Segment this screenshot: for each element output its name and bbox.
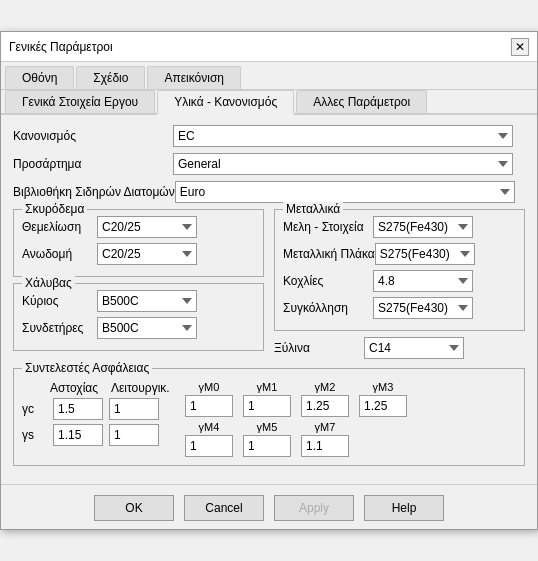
kochlies-select[interactable]: 4.8 <box>373 270 473 292</box>
content-area: Κανονισμός EC Προσάρτημα General Βιβλιοθ… <box>1 115 537 476</box>
anodomi-select[interactable]: C20/25 <box>97 243 197 265</box>
yc-row: γc <box>22 398 172 420</box>
apply-button[interactable]: Apply <box>274 495 354 521</box>
tab-schedio[interactable]: Σχέδιο <box>76 66 145 89</box>
tab-othoni[interactable]: Οθόνη <box>5 66 74 89</box>
yc-input1[interactable] <box>53 398 103 420</box>
themeliósi-label: Θεμελίωση <box>22 220 97 234</box>
gamma-m7-item: γM7 <box>300 421 350 457</box>
kochlies-label: Κοχλίες <box>283 274 373 288</box>
dialog: Γενικές Παράμετροι ✕ Οθόνη Σχέδιο Απεικό… <box>0 31 538 530</box>
bibliothiki-select[interactable]: Euro <box>175 181 515 203</box>
sygkolisi-row: Συγκόλληση S275(Fe430) <box>283 297 516 319</box>
ys-input2[interactable] <box>109 424 159 446</box>
gamma-m4-item: γM4 <box>184 421 234 457</box>
syndetires-label: Συνδετήρες <box>22 321 97 335</box>
prosartima-row: Προσάρτημα General <box>13 153 525 175</box>
kanonismos-row: Κανονισμός EC <box>13 125 525 147</box>
gamma-m5-item: γM5 <box>242 421 292 457</box>
themeliósi-select[interactable]: C20/25 <box>97 216 197 238</box>
kanonismos-label: Κανονισμός <box>13 129 173 143</box>
col-header-2: Λειτουργικ. <box>111 381 170 395</box>
skirodema-title: Σκυρόδεμα <box>22 202 87 216</box>
kyrios-row: Κύριος B500C <box>22 290 255 312</box>
kyrios-label: Κύριος <box>22 294 97 308</box>
ys-row: γs <box>22 424 172 446</box>
tabs-row-1: Οθόνη Σχέδιο Απεικόνιση <box>1 62 537 90</box>
prosartima-select[interactable]: General <box>173 153 513 175</box>
gamma-m1-input[interactable] <box>243 395 291 417</box>
gamma-m3-input[interactable] <box>359 395 407 417</box>
tabs-row-2: Γενικά Στοιχεία Εργου Υλικά - Κανονισμός… <box>1 90 537 115</box>
xylina-select[interactable]: C14 <box>364 337 464 359</box>
dialog-title: Γενικές Παράμετροι <box>9 40 113 54</box>
gamma-m0-label: γM0 <box>199 381 220 393</box>
metalliki-plaka-label: Μεταλλική Πλάκα <box>283 247 375 261</box>
tab-genika[interactable]: Γενικά Στοιχεία Εργου <box>5 90 155 113</box>
buttons-row: OK Cancel Apply Help <box>1 484 537 529</box>
meli-row: Μελη - Στοιχεία S275(Fe430) <box>283 216 516 238</box>
metallika-group: Μεταλλικά Μελη - Στοιχεία S275(Fe430) Με… <box>274 209 525 331</box>
skirodema-group: Σκυρόδεμα Θεμελίωση C20/25 Ανωδομή C20/2… <box>13 209 264 277</box>
bibliothiki-label: Βιβλιοθήκη Σιδηρών Διατομών <box>13 185 175 199</box>
gamma-m1-item: γM1 <box>242 381 292 417</box>
themeliósi-row: Θεμελίωση C20/25 <box>22 216 255 238</box>
gamma-m5-label: γM5 <box>257 421 278 433</box>
chalivas-title: Χάλυβας <box>22 276 75 290</box>
bibliothiki-row: Βιβλιοθήκη Σιδηρών Διατομών Euro <box>13 181 525 203</box>
kyrios-select[interactable]: B500C <box>97 290 197 312</box>
right-panel: Μεταλλικά Μελη - Στοιχεία S275(Fe430) Με… <box>274 209 525 364</box>
metalliki-plaka-row: Μεταλλική Πλάκα S275(Fe430) <box>283 243 516 265</box>
two-panels: Σκυρόδεμα Θεμελίωση C20/25 Ανωδομή C20/2… <box>13 209 525 364</box>
gamma-grid: γM0 γM1 γM2 γM3 <box>184 381 408 457</box>
syndetires-select[interactable]: B500C <box>97 317 197 339</box>
gamma-m1-label: γM1 <box>257 381 278 393</box>
kanonismos-select[interactable]: EC <box>173 125 513 147</box>
anodomi-label: Ανωδομή <box>22 247 97 261</box>
meli-select[interactable]: S275(Fe430) <box>373 216 473 238</box>
gamma-m0-item: γM0 <box>184 381 234 417</box>
cancel-button[interactable]: Cancel <box>184 495 264 521</box>
title-bar: Γενικές Παράμετροι ✕ <box>1 32 537 62</box>
safety-left: Αστοχίας Λειτουργικ. γc γs <box>22 381 172 457</box>
ys-input1[interactable] <box>53 424 103 446</box>
gamma-m4-label: γM4 <box>199 421 220 433</box>
gamma-m0-input[interactable] <box>185 395 233 417</box>
gamma-m2-input[interactable] <box>301 395 349 417</box>
help-button[interactable]: Help <box>364 495 444 521</box>
sygkolisi-select[interactable]: S275(Fe430) <box>373 297 473 319</box>
close-button[interactable]: ✕ <box>511 38 529 56</box>
metallika-title: Μεταλλικά <box>283 202 343 216</box>
gamma-m3-item: γM3 <box>358 381 408 417</box>
gamma-m2-label: γM2 <box>315 381 336 393</box>
yc-label: γc <box>22 402 47 416</box>
chalivas-group: Χάλυβας Κύριος B500C Συνδετήρες B500C <box>13 283 264 351</box>
sygkolisi-label: Συγκόλληση <box>283 301 373 315</box>
gamma-m7-label: γM7 <box>315 421 336 433</box>
gamma-m7-input[interactable] <box>301 435 349 457</box>
gamma-m3-label: γM3 <box>373 381 394 393</box>
ok-button[interactable]: OK <box>94 495 174 521</box>
xylina-label: Ξύλινα <box>274 341 364 355</box>
syndetires-row: Συνδετήρες B500C <box>22 317 255 339</box>
safety-title: Συντελεστές Ασφάλειας <box>22 361 152 375</box>
safety-group: Συντελεστές Ασφάλειας Αστοχίας Λειτουργι… <box>13 368 525 466</box>
metalliki-plaka-select[interactable]: S275(Fe430) <box>375 243 475 265</box>
prosartima-label: Προσάρτημα <box>13 157 173 171</box>
xylina-row: Ξύλινα C14 <box>274 337 525 359</box>
yc-input2[interactable] <box>109 398 159 420</box>
kochlies-row: Κοχλίες 4.8 <box>283 270 516 292</box>
tab-apeikónisi[interactable]: Απεικόνιση <box>147 66 241 89</box>
anodomi-row: Ανωδομή C20/25 <box>22 243 255 265</box>
tab-alles[interactable]: Αλλες Παράμετροι <box>296 90 427 113</box>
left-panel: Σκυρόδεμα Θεμελίωση C20/25 Ανωδομή C20/2… <box>13 209 264 364</box>
gamma-m2-item: γM2 <box>300 381 350 417</box>
ys-label: γs <box>22 428 47 442</box>
meli-label: Μελη - Στοιχεία <box>283 220 373 234</box>
gamma-m5-input[interactable] <box>243 435 291 457</box>
tab-ylika[interactable]: Υλικά - Κανονισμός <box>157 90 294 115</box>
col-header-1: Αστοχίας <box>50 381 105 395</box>
gamma-m4-input[interactable] <box>185 435 233 457</box>
